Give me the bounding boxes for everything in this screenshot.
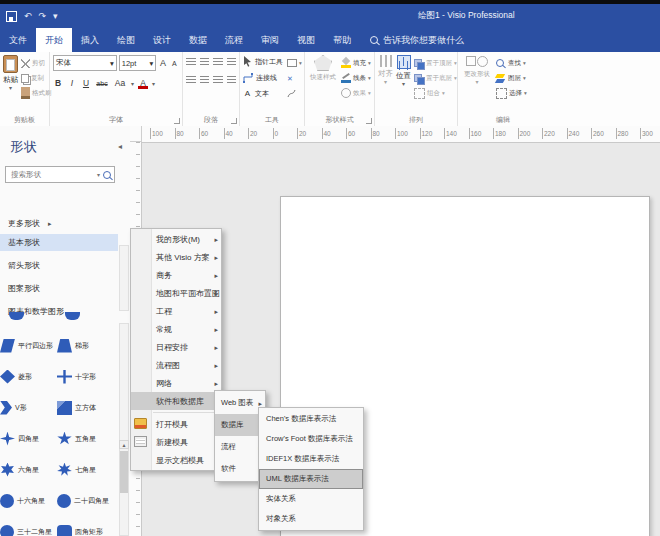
change-shape-button[interactable]: 更改形状 ▾ — [461, 55, 493, 111]
bullets-icon[interactable] — [227, 58, 237, 66]
shape-star16[interactable]: 十六角星 — [0, 494, 57, 508]
menu-item-business[interactable]: 商务▸ — [131, 266, 221, 284]
save-icon[interactable] — [6, 11, 17, 22]
menu-item-software-database[interactable]: 软件和数据库▸ — [131, 392, 221, 410]
partial-shape-icon[interactable] — [9, 312, 24, 320]
menu-item-object-relational[interactable]: 对象关系 — [259, 509, 363, 529]
menu-item-network[interactable]: 网络▸ — [131, 374, 221, 392]
underline-button[interactable]: U — [81, 78, 91, 88]
menu-item-idef1x-notation[interactable]: IDEF1X 数据库表示法 — [259, 449, 363, 469]
tab-design[interactable]: 设计 — [144, 28, 180, 52]
menu-item-maps-floorplans[interactable]: 地图和平面布置图▸ — [131, 284, 221, 302]
select-button[interactable]: 选择 ▾ — [496, 87, 527, 99]
menu-item-new-stencil[interactable]: 新建模具 — [131, 433, 221, 451]
shape-diamond[interactable]: 菱形 — [0, 370, 57, 384]
menu-item-general[interactable]: 常规▸ — [131, 320, 221, 338]
tab-help[interactable]: 帮助 — [324, 28, 360, 52]
more-shapes-button[interactable]: 更多形状 ▸ — [8, 218, 52, 229]
align-button[interactable]: 对齐 ▾ — [378, 55, 393, 111]
position-button[interactable]: 位置 ▾ — [396, 55, 411, 111]
menu-item-entity-relationship[interactable]: 实体关系 — [259, 489, 363, 509]
qat-customize-icon[interactable]: ▾ — [53, 12, 58, 21]
shape-list-scrollbar-thumb[interactable] — [120, 451, 128, 493]
cut-button[interactable]: 剪切 — [21, 57, 52, 69]
line-button[interactable]: 线条 ▾ — [341, 72, 371, 84]
shape-cross[interactable]: 十字形 — [57, 370, 114, 384]
menu-item-crows-foot-notation[interactable]: Crow's Foot 数据库表示法 — [259, 429, 363, 449]
shape-star24[interactable]: 二十四角星 — [57, 494, 114, 508]
quick-styles-button[interactable]: 快速样式 — [308, 55, 338, 111]
font-family-select[interactable]: 宋体 ▾ — [53, 55, 117, 71]
align-middle-icon[interactable] — [200, 76, 210, 84]
send-to-back-button[interactable]: 置于底层 ▾ — [414, 72, 457, 84]
shape-parallelogram[interactable]: 平行四边形 — [0, 339, 57, 353]
tab-process[interactable]: 流程 — [216, 28, 252, 52]
shape-star6[interactable]: 六角星 — [0, 463, 57, 477]
menu-item-show-document-stencil[interactable]: 显示文档模具 — [131, 451, 221, 469]
shape-star7[interactable]: 七角星 — [57, 463, 114, 477]
undo-icon[interactable]: ↶ — [24, 12, 32, 21]
menu-item-other-visio-schemes[interactable]: 其他 Visio 方案▸ — [131, 248, 221, 266]
rectangle-tool-button[interactable]: ▾ — [287, 57, 302, 69]
menu-item-flowchart[interactable]: 流程图▸ — [131, 356, 221, 374]
freeform-tool-button[interactable] — [287, 87, 302, 99]
shape-search-icon[interactable] — [103, 171, 111, 179]
menu-item-uml-database-notation[interactable]: UML 数据库表示法 — [259, 469, 363, 489]
grow-font-button[interactable]: A — [158, 58, 167, 68]
italic-button[interactable]: I — [67, 78, 77, 88]
format-painter-button[interactable]: 格式刷 — [21, 87, 52, 99]
stencil-basic-shapes[interactable]: 基本形状 — [0, 234, 118, 251]
tab-draw[interactable]: 绘图 — [108, 28, 144, 52]
redo-icon[interactable]: ↷ — [39, 12, 47, 21]
align-left-icon[interactable] — [186, 58, 196, 66]
tab-insert[interactable]: 插入 — [72, 28, 108, 52]
find-button[interactable]: 查找 ▾ — [496, 57, 527, 69]
align-right-icon[interactable] — [213, 58, 223, 66]
bold-button[interactable]: B — [53, 78, 63, 88]
font-dialog-launcher-icon[interactable] — [174, 118, 180, 124]
bring-to-front-button[interactable]: 置于顶层 ▾ — [414, 57, 457, 69]
shrink-font-button[interactable]: A — [170, 60, 179, 67]
group-button[interactable]: 组合 ▾ — [414, 87, 457, 99]
tab-review[interactable]: 审阅 — [252, 28, 288, 52]
pointer-tool-button[interactable]: 指针工具 — [243, 55, 283, 68]
strikethrough-button[interactable]: abc — [95, 80, 109, 87]
shape-rounded-rectangle[interactable]: 圆角矩形 — [57, 525, 114, 536]
font-size-select[interactable]: 12pt ▾ — [119, 55, 157, 71]
font-color-button[interactable]: A — [138, 78, 148, 88]
paste-button[interactable]: 粘贴 ▾ — [3, 55, 18, 111]
panel-collapse-icon[interactable]: ◂ — [118, 142, 122, 151]
menu-item-chens-notation[interactable]: Chen's 数据库表示法 — [259, 409, 363, 429]
shape-star4[interactable]: 四角星 — [0, 432, 57, 446]
paragraph-dialog-launcher-icon[interactable] — [231, 118, 237, 124]
shape-styles-dialog-launcher-icon[interactable] — [366, 118, 372, 124]
stencil-arrow-shapes[interactable]: 箭头形状 — [0, 257, 118, 274]
indent-icon[interactable] — [227, 76, 237, 84]
connection-point-button[interactable]: ✕ — [287, 72, 302, 84]
text-tool-button[interactable]: A 文本 — [243, 87, 283, 100]
menu-item-my-shapes[interactable]: 我的形状(M)▸ — [131, 230, 221, 248]
menu-item-engineering[interactable]: 工程▸ — [131, 302, 221, 320]
connector-tool-button[interactable]: 连接线 — [243, 71, 283, 84]
menu-item-open-stencil[interactable]: 打开模具 — [131, 415, 221, 433]
search-options-caret-icon[interactable]: ▾ — [97, 171, 100, 178]
horizontal-ruler[interactable]: 1008060402002040608010012014016018020022… — [142, 126, 660, 143]
shape-trapezoid[interactable]: 梯形 — [57, 339, 114, 353]
shape-list-scroll-up-icon[interactable]: ▲ — [119, 440, 129, 449]
shape-star5[interactable]: 五角星 — [57, 432, 114, 446]
tab-view[interactable]: 视图 — [288, 28, 324, 52]
change-case-button[interactable]: Aa — [113, 78, 127, 88]
align-top-icon[interactable] — [186, 76, 196, 84]
stencil-scrollbar-track[interactable] — [119, 245, 129, 311]
effects-button[interactable]: 效果 ▾ — [341, 87, 371, 99]
shape-star32[interactable]: 三十二角星 — [0, 525, 57, 536]
copy-button[interactable]: 复制 — [21, 72, 52, 84]
shape-cube[interactable]: 立方体 — [57, 401, 114, 415]
layers-button[interactable]: 图层 ▾ — [496, 72, 527, 84]
fill-button[interactable]: 填充 ▾ — [341, 57, 371, 69]
shape-search-input[interactable] — [9, 169, 97, 180]
align-bottom-icon[interactable] — [213, 76, 223, 84]
align-center-icon[interactable] — [200, 58, 210, 66]
partial-shape-icon[interactable] — [65, 312, 80, 320]
tell-me-search[interactable]: 告诉我你想要做什么 — [360, 28, 474, 52]
